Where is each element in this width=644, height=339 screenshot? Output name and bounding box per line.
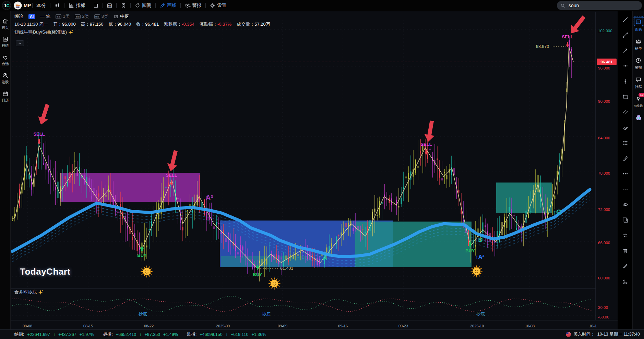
draw-tool-rect[interactable] xyxy=(622,93,629,100)
ai-chip: AI xyxy=(28,14,35,19)
svg-text:PK: PK xyxy=(108,4,111,7)
sidebar-item-label: 日历 xyxy=(2,98,9,103)
draw-tool-trash[interactable] xyxy=(622,248,629,254)
topbar-item-pk[interactable]: PK xyxy=(103,0,116,11)
sidebar-item-watchlist[interactable]: 自选 xyxy=(0,54,10,66)
draw-tool-layers[interactable] xyxy=(622,217,629,223)
right-panel-item-label: 社群 xyxy=(635,85,642,89)
draw-tool-dash[interactable] xyxy=(622,186,629,192)
sidebar-item-label: 选股 xyxy=(2,80,9,85)
ohlc-field: 低：96.040 xyxy=(109,21,131,27)
topbar-item-timeframe[interactable]: 30分 xyxy=(33,0,50,11)
topbar-item-label: 30分 xyxy=(36,2,46,9)
draw-tool-arrow[interactable] xyxy=(622,47,629,54)
current-price-value: 96.481 xyxy=(600,60,613,64)
purple-box xyxy=(60,173,200,202)
draw-tool-dots[interactable] xyxy=(622,171,629,177)
notification-badge: 10 xyxy=(639,93,644,97)
chan-toolbar-ai[interactable]: AI xyxy=(28,14,35,19)
draw-tool-fib[interactable] xyxy=(622,140,629,146)
right-panel-item-chart[interactable]: 图表 xyxy=(633,17,644,32)
chan-toolbar-chanlun[interactable]: 缠论 xyxy=(14,13,23,20)
chart-panel-icon xyxy=(635,18,642,25)
topbar-item-layout[interactable] xyxy=(89,0,103,11)
right-panel-item-community[interactable]: 社群 xyxy=(633,75,644,89)
brush-tool-icon xyxy=(622,155,629,162)
topbar-item-candle-style[interactable] xyxy=(50,0,64,11)
sparkle-icon xyxy=(68,30,73,35)
line-tool-icon xyxy=(622,16,629,23)
draw-tool-eye[interactable] xyxy=(622,201,629,208)
us-flag-icon xyxy=(566,332,571,337)
buy-label: BUY xyxy=(137,253,147,258)
price-axis[interactable]: 102.00096.00090.00084.00078.00072.00066.… xyxy=(597,29,617,319)
draw-tool-moon[interactable] xyxy=(622,278,629,285)
right-panel-item-ai-push[interactable]: 10AI推送 xyxy=(633,95,644,108)
draw-tool-vline[interactable] xyxy=(622,78,629,85)
draw-tool-line[interactable] xyxy=(622,16,629,23)
sidebar-item-calendar[interactable]: 日历 xyxy=(0,90,10,103)
draw-tool-hline[interactable] xyxy=(622,63,629,69)
chan-toolbar-bs3[interactable]: BS3类 xyxy=(94,13,108,20)
top-toolbar: 1C MP MP 30分指标PK回测画线警报设置 xyxy=(0,0,644,11)
collapse-indicator-button[interactable] xyxy=(16,40,24,46)
topbar-item-draw-line[interactable]: 画线 xyxy=(156,0,180,11)
symbol-name[interactable]: MP xyxy=(24,3,31,8)
right-panel-item-alerts[interactable]: 警报 xyxy=(633,56,644,70)
right-panel-item-ai-assistant[interactable] xyxy=(633,113,644,122)
right-panel-item-rankings[interactable]: 榜单 xyxy=(633,37,644,51)
square-icon xyxy=(93,3,99,9)
draw-tool-repeat[interactable] xyxy=(622,232,629,239)
topbar-item-bookmark[interactable] xyxy=(117,0,130,11)
indicator-title-text: 短线牛熊Buy/Sell(标准版) xyxy=(14,29,67,35)
hub-icon xyxy=(114,14,119,19)
price-axis-label: 84.000 xyxy=(598,136,610,140)
index-quote: 标指:+6652.410↑+97.350+1.49% xyxy=(103,331,178,337)
price-axis-label: 30.00 xyxy=(598,305,608,310)
sell-label: SELL xyxy=(166,173,177,178)
sidebar-item-quotes[interactable]: 行情 xyxy=(0,36,10,48)
search-input[interactable] xyxy=(568,2,639,9)
bar-datetime: 10-13 11:30 周一 xyxy=(14,21,48,27)
chaodi-label: 抄底 xyxy=(262,312,271,316)
chan-toolbar-bi[interactable]: —笔 xyxy=(40,13,50,20)
draw-tool-parallel[interactable] xyxy=(622,109,629,115)
sidebar-item-home[interactable]: 首页 xyxy=(0,18,10,30)
bookmark-icon xyxy=(120,2,127,9)
time-axis[interactable]: 08-0808-1508-222025-0909-0909-1609-23202… xyxy=(23,324,597,328)
search-box[interactable] xyxy=(557,1,642,10)
time-axis-label: 09-09 xyxy=(278,324,287,328)
topbar-item-settings[interactable]: 设置 xyxy=(206,0,230,11)
draw-tool-trend[interactable] xyxy=(622,32,629,38)
topbar-item-indicators[interactable]: 指标 xyxy=(64,0,89,11)
chart-canvas[interactable]: 98.97061.401SELLSELLSELLSELLBUYBUYBUYA²A… xyxy=(0,0,644,339)
sidebar-item-screener[interactable]: 选股 xyxy=(0,72,10,85)
topbar-item-alerts[interactable]: 警报 xyxy=(181,0,205,11)
dots-tool-icon xyxy=(622,171,629,177)
topbar-item-label: 回测 xyxy=(142,2,152,9)
sell-label: SELL xyxy=(420,142,432,147)
bs-chip: BS xyxy=(56,14,61,19)
market-indices: 纳指:+22641.697↑+437.267+1.97%标指:+6652.410… xyxy=(14,331,275,337)
sell-label: SELL xyxy=(33,131,45,137)
svg-text:C: C xyxy=(7,3,10,8)
index-quote: 纳指:+22641.697↑+437.267+1.97% xyxy=(14,331,94,337)
chan-toolbar-bs1[interactable]: BS1类 xyxy=(56,13,70,20)
fib-tool-icon xyxy=(622,140,629,146)
right-panel-item-label: AI推送 xyxy=(634,104,643,108)
wave-letter: ↑A² xyxy=(475,254,485,260)
left-sidebar: 首页行情自选选股日历 xyxy=(0,11,11,330)
draw-tool-brush[interactable] xyxy=(622,155,629,162)
main-pane xyxy=(12,36,590,281)
robot-icon xyxy=(635,114,642,121)
draw-tool-pencil2[interactable] xyxy=(622,263,629,269)
price-axis-label: 72.000 xyxy=(598,208,610,212)
svg-text:98.970: 98.970 xyxy=(536,44,549,49)
chan-toolbar-zhongshu[interactable]: 中枢 xyxy=(114,13,129,20)
chan-toolbar-bs2[interactable]: BS2类 xyxy=(75,13,89,20)
user-avatar[interactable]: MP xyxy=(14,1,22,10)
sidebar-item-label: 行情 xyxy=(2,43,9,48)
draw-tool-pitchfork[interactable] xyxy=(622,124,629,131)
app-logo[interactable]: 1C xyxy=(2,1,11,10)
topbar-item-backtest[interactable]: 回测 xyxy=(131,0,155,11)
